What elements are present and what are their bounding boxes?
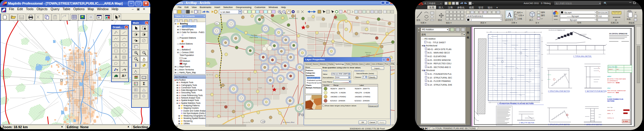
svg-text:?: ? — [603, 2, 605, 4]
svg-text:W Vickery Blvd: W Vickery Blvd — [283, 121, 294, 123]
svg-text:引线 ▾: 引线 ▾ — [518, 14, 524, 17]
svg-text:TI9: TI9 — [215, 23, 218, 25]
svg-text:30400 1: 30400 1 — [609, 69, 613, 70]
svg-text:3 TYPICAL WALL SECTION: 3 TYPICAL WALL SECTION — [573, 56, 591, 57]
svg-text:5 SECTION/TYP STUB SECTION: 5 SECTION/TYP STUB SECTION — [585, 91, 606, 92]
svg-text:names: names — [607, 96, 612, 98]
svg-text:?: ? — [118, 15, 120, 19]
svg-text:注释 ▾: 注释 ▾ — [511, 22, 517, 24]
svg-text:S1 DIFFERENCE: S1 DIFFERENCE — [607, 80, 618, 82]
svg-text:?: ? — [135, 58, 136, 60]
svg-text:Elementary: Elementary — [289, 17, 298, 19]
svg-text:编辑: 编辑 — [541, 11, 545, 13]
svg-text:PER CRITICAL DRAWINGS AT: PER CRITICAL DRAWINGS AT — [607, 90, 626, 91]
svg-text:W 4TH ROOF FRAMING DET: W 4TH ROOF FRAMING DET — [549, 29, 565, 31]
svg-text:绘图 ▾: 绘图 ▾ — [421, 22, 426, 24]
svg-text:实用工具: 实用工具 — [611, 22, 619, 24]
svg-text:多行文字: 多行文字 — [505, 19, 513, 21]
svg-text:Harrold Rd: Harrold Rd — [242, 121, 251, 123]
svg-text:Heritage: Heritage — [251, 34, 257, 36]
svg-text:B500 PRE·ENG: B500 PRE·ENG — [609, 66, 617, 68]
svg-text:added: added — [607, 76, 611, 77]
svg-text:粘贴: 粘贴 — [627, 18, 631, 20]
svg-text:FLOOR FRAMING PLAN: FLOOR FRAMING PLAN — [607, 99, 623, 100]
svg-text:S·404: S·404 — [623, 120, 628, 122]
svg-text:▾: ▾ — [472, 2, 473, 4]
svg-text:241 CRYSTAL SPRINGS RD: 241 CRYSTAL SPRINGS RD — [609, 33, 627, 35]
svg-text:?: ? — [124, 69, 126, 72]
svg-text:移动: 移动 — [438, 19, 442, 21]
svg-text:插入: 插入 — [529, 19, 534, 21]
svg-text:AutoCAD 2011 S 7Bldwg: AutoCAD 2011 S 7Bldwg — [524, 2, 551, 5]
svg-text:?: ? — [116, 75, 118, 78]
svg-text:未保存的图层状态: 未保存的图层状态 — [467, 15, 484, 18]
svg-text:修改 ▾: 修改 ▾ — [446, 22, 452, 24]
svg-text:ByLayer: ByLayer — [564, 11, 572, 14]
svg-text:╌╌ ByLayer: ╌╌ ByLayer — [567, 19, 577, 21]
svg-text:18'-6": 18'-6" — [508, 31, 511, 33]
svg-text:Lancaster Ave: Lancaster Ave — [215, 102, 226, 104]
svg-text:A: A — [507, 11, 512, 18]
svg-text:BYCOLOR: BYCOLOR — [598, 12, 608, 14]
svg-text:199: 199 — [262, 121, 265, 123]
svg-text:1:10,560: 1:10,560 — [220, 11, 230, 14]
svg-text:0: 0 — [471, 19, 472, 21]
svg-text:silver: silver — [607, 87, 611, 89]
svg-text:ARCHITECT·PRECISE/PLANS: ARCHITECT·PRECISE/PLANS — [607, 78, 626, 80]
svg-text:▾: ▾ — [440, 2, 441, 4]
svg-text:3480/FOOS 2 ▮▮ ▮▮: 3480/FOOS 2 ▮▮ ▮▮ — [607, 82, 620, 83]
svg-text:naming aa: naming aa — [607, 117, 614, 119]
svg-text:列表: 列表 — [598, 15, 602, 18]
svg-text:⚙ 三维建模: ⚙ 三维建模 — [424, 2, 435, 5]
svg-text:输入关键字或短语: 输入关键字或短语 — [556, 2, 572, 5]
svg-text:SHELOR 97: SHELOR 97 — [607, 110, 615, 111]
svg-text:1 FOUNDATION FRAMING PLAN AND: 1 FOUNDATION FRAMING PLAN AND SECTIONS — [497, 103, 534, 104]
svg-text:直线: 直线 — [416, 19, 421, 21]
svg-text:─── ByLayer: ─── ByLayer — [567, 15, 579, 18]
svg-text:2: 2 — [272, 84, 274, 88]
svg-text:特性: 特性 — [577, 22, 582, 24]
svg-text:2 WALL/TYP, SECTION: 2 WALL/TYP, SECTION — [519, 122, 534, 124]
svg-text:?: ? — [116, 69, 118, 72]
svg-text:1: 1 — [305, 21, 306, 25]
svg-text:块 ▾: 块 ▾ — [535, 22, 539, 24]
svg-text:剪贴板: 剪贴板 — [629, 22, 635, 24]
svg-text:Park Plaza: Park Plaza — [250, 36, 258, 38]
svg-text:属性: 属性 — [541, 14, 545, 16]
svg-text:6 STRUCTURAL STAIR SECTION: 6 STRUCTURAL STAIR SECTION — [548, 124, 570, 125]
svg-text:★: ★ — [599, 2, 601, 4]
svg-text:4 STRUCTURAL STAIR SECTION: 4 STRUCTURAL STAIR SECTION — [548, 91, 570, 92]
svg-text:36 2: 36 2 — [617, 69, 619, 70]
svg-text:DWG. 3: DWG. 3 — [607, 113, 613, 114]
svg-text:Harmon: Harmon — [365, 52, 371, 53]
svg-text:item 6ps: item 6ps — [607, 107, 613, 108]
svg-text:SECTIONS: SECTIONS — [607, 100, 614, 102]
svg-text:图层 ▾: 图层 ▾ — [480, 22, 486, 24]
svg-text:Park: Park — [258, 87, 262, 89]
svg-text:Field: Field — [366, 54, 370, 56]
svg-text:7 WEREX STAIR SECTION: 7 WEREX STAIR SECTION — [584, 124, 602, 125]
svg-text:1 2: 1 2 — [143, 77, 146, 79]
svg-text:Fo: Fo — [298, 112, 304, 117]
svg-text:线性 ▾: 线性 ▾ — [517, 11, 523, 14]
svg-text:表格: 表格 — [518, 18, 522, 20]
svg-text:21': 21' — [526, 31, 527, 33]
svg-text:W 7th St: W 7th St — [206, 74, 213, 76]
svg-text:24': 24' — [490, 31, 492, 33]
svg-text:3480/FOOS 2 ▮▮ ▮: 3480/FOOS 2 ▮▮ ▮ — [607, 92, 619, 93]
